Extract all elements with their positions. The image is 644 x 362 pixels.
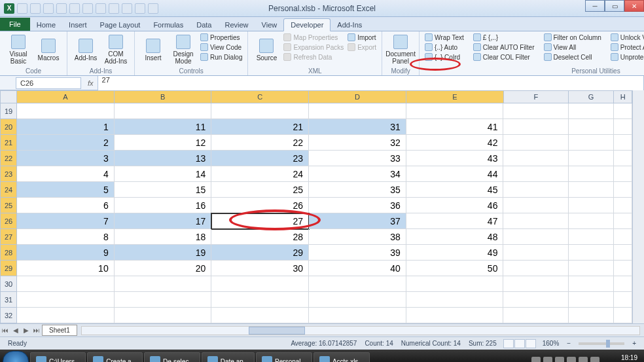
tray-icon[interactable] [543,357,552,362]
cell-E26[interactable]: 47 [406,213,504,229]
qat-button[interactable] [82,3,93,14]
cell-B30[interactable] [115,276,212,292]
cell-E21[interactable]: 42 [406,135,504,151]
cell-C31[interactable] [211,292,309,308]
prev-sheet-button[interactable]: ◀ [10,327,21,334]
clear-auto-filter-button[interactable]: Clear AUTO Filter [472,43,536,52]
cell-H32[interactable] [614,308,632,323]
tab-insert[interactable]: Insert [62,19,94,31]
cell-H25[interactable] [614,198,632,213]
cell-G28[interactable] [569,245,614,261]
cell-B21[interactable]: 12 [115,135,212,151]
row-header-21[interactable]: 21 [0,135,17,151]
taskbar-button[interactable]: C:\Users... [30,352,86,362]
page-break-button[interactable] [526,339,536,348]
cell-E32[interactable] [406,308,504,323]
row-header-32[interactable]: 32 [0,308,17,323]
cell-E25[interactable]: 46 [406,198,504,213]
cell-C27[interactable]: 28 [211,229,309,245]
cell-A28[interactable]: 9 [17,245,115,261]
vertical-scrollbar[interactable] [632,90,644,323]
visual-basic-button[interactable]: Visual Basic [4,33,33,67]
cell-F27[interactable] [503,229,568,245]
row-header-20[interactable]: 20 [0,119,17,135]
cell-F19[interactable] [503,103,568,119]
cell-E29[interactable]: 50 [406,261,504,276]
row-header-24[interactable]: 24 [0,182,17,198]
normal-view-button[interactable] [503,339,514,348]
cell-C29[interactable]: 30 [211,261,309,276]
protect-all-sheets-button[interactable]: Protect All Sheets [609,43,644,52]
last-sheet-button[interactable]: ⏭ [31,327,42,334]
cell-F25[interactable] [503,198,568,213]
cell-G32[interactable] [569,308,614,323]
cell-F28[interactable] [503,245,568,261]
row-header-28[interactable]: 28 [0,245,17,261]
qat-button[interactable] [69,3,80,14]
view-all-button[interactable]: View All [543,43,603,52]
cell-F31[interactable] [503,292,568,308]
cell-E22[interactable]: 43 [406,151,504,166]
col-header-D[interactable]: D [309,90,406,103]
cell-A32[interactable] [17,308,115,323]
deselect-cell-button[interactable]: Deselect Cell [543,52,603,62]
cell-D30[interactable] [309,276,406,292]
cell-D26[interactable]: 37 [309,213,406,229]
cell-F30[interactable] [503,276,568,292]
sheet-tab[interactable]: Sheet1 [42,325,77,336]
cell-E27[interactable]: 48 [406,229,504,245]
tray-icon[interactable] [531,357,541,362]
close-button[interactable]: ✕ [624,0,644,12]
cell-C24[interactable]: 25 [211,182,309,198]
horizontal-scrollbar[interactable] [81,326,640,335]
cell-F24[interactable] [503,182,568,198]
start-button[interactable] [3,351,29,362]
cell-D27[interactable]: 38 [309,229,406,245]
formula-input[interactable]: 27 [98,74,644,92]
cell-F22[interactable] [503,151,568,166]
minimize-button[interactable]: ─ [585,0,605,12]
unprotect-all-sheets-button[interactable]: Unprotect All Sheets [609,52,644,62]
-auto-button[interactable]: {..} Auto [423,43,465,52]
source-button[interactable]: Source [252,33,281,67]
cell-D28[interactable]: 39 [309,245,406,261]
cell-A23[interactable]: 4 [17,166,115,182]
cell-E20[interactable]: 41 [406,119,504,135]
cell-B19[interactable] [115,103,212,119]
cell-B25[interactable]: 16 [115,198,212,213]
taskbar-button[interactable]: De-selec... [144,352,200,362]
cell-A30[interactable] [17,276,115,292]
cell-A24[interactable]: 5 [17,182,115,198]
cell-G20[interactable] [569,119,614,135]
cell-D21[interactable]: 32 [309,135,406,151]
cell-H19[interactable] [614,103,632,119]
cell-A27[interactable]: 8 [17,229,115,245]
row-header-31[interactable]: 31 [0,292,17,308]
row-header-22[interactable]: 22 [0,151,17,166]
unlock-values-else-lock-button[interactable]: Unlock Values Else Lock [609,33,644,42]
-colrd-button[interactable]: {..} Colrd [423,52,465,62]
cell-A21[interactable]: 2 [17,135,115,151]
qat-button[interactable] [135,3,145,14]
col-header-G[interactable]: G [569,90,614,103]
tray-icon[interactable] [579,357,588,362]
cell-B26[interactable]: 17 [115,213,212,229]
tray-icon[interactable] [567,357,576,362]
cell-E19[interactable] [406,103,504,119]
tab-developer[interactable]: Developer [283,18,331,31]
qat-button[interactable] [17,3,27,14]
cell-C23[interactable]: 24 [211,166,309,182]
row-header-27[interactable]: 27 [0,229,17,245]
cell-A25[interactable]: 6 [17,198,115,213]
zoom-out-button[interactable]: − [567,340,571,347]
col-header-B[interactable]: B [115,90,212,103]
select-all-corner[interactable] [0,90,17,103]
cell-B22[interactable]: 13 [115,151,212,166]
cell-H30[interactable] [614,276,632,292]
qat-button[interactable] [56,3,67,14]
tab-home[interactable]: Home [30,19,62,31]
next-sheet-button[interactable]: ▶ [21,327,31,334]
tab-add-ins[interactable]: Add-Ins [331,19,368,31]
com-addins-button[interactable]: COM Add-Ins [101,33,130,67]
filter-on-column-button[interactable]: Filter on Column [543,33,603,42]
